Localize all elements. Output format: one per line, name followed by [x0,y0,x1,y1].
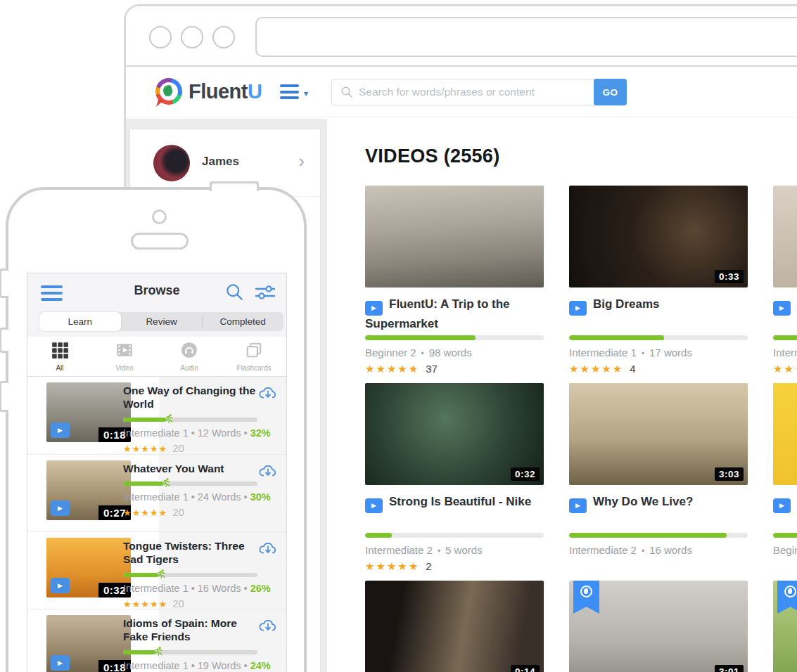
play-icon[interactable]: ▶ [51,655,70,671]
window-control-minimize[interactable] [181,26,203,49]
lesson-thumbnail[interactable]: ▶ 0:32 [46,538,131,597]
runner-icon [164,413,174,427]
rating-row: ★★★★★ [773,363,797,375]
play-icon[interactable]: ▶ [569,498,587,513]
progress-bar [123,482,257,486]
video-title-row: ▶Why Do We Live? [569,493,748,533]
play-icon[interactable]: ▶ [51,422,70,438]
lesson-list-item[interactable]: ▶ 0:18 One Way of Changing the World [27,377,286,454]
fluentu-logo[interactable]: FluentU [155,78,262,105]
play-icon[interactable]: ▶ [773,498,791,513]
runner-icon [153,646,163,659]
progress-percent: 30% [250,491,271,503]
category-item-audio[interactable]: Audio [157,337,222,376]
video-title-row: ▶W [773,493,797,533]
play-icon[interactable]: ▶ [51,578,70,593]
level-label: Intermediate 2 [569,544,637,556]
lesson-body: Tongue Twisters: Three Sad Tigers [123,539,279,609]
user-name: James [202,155,239,169]
lesson-title: Idioms of Spain: More Fake Friends [123,616,279,644]
play-icon[interactable]: ▶ [773,301,791,316]
bullet-separator: • [191,491,195,503]
lesson-body: Idioms of Spain: More Fake Friends [123,616,279,672]
play-icon[interactable]: ▶ [365,301,383,316]
lesson-list-item[interactable]: ▶ 0:32 Tongue Twisters: Three Sad Tigers [27,531,286,609]
video-card: 3:01 [569,581,748,672]
window-control-close[interactable] [149,26,172,49]
video-thumbnail[interactable] [773,186,797,287]
lesson-thumbnail[interactable]: ▶ 0:18 [46,615,131,672]
flashcards-icon [245,341,263,362]
rating-count: 20 [172,442,184,454]
download-cloud-icon[interactable] [258,384,278,403]
video-thumbnail[interactable]: 3:03 [569,383,748,485]
video-title[interactable]: FluentU: A Trip to the Supermarket [365,297,510,330]
word-count: 98 words [429,347,472,358]
bullet-separator: • [191,583,195,594]
lesson-list-item[interactable]: ▶ 0:18 Idioms of Spain: More Fake Friend… [27,609,286,672]
lesson-body: Whatever You Want Intermediate [123,462,279,518]
category-item-flashcards[interactable]: Flashcards [222,337,286,376]
level-label: Intermediate 2 [365,544,433,556]
bullet-separator: • [421,349,424,358]
bullet-separator: • [244,660,248,671]
tab-label: Review [146,316,177,327]
download-cloud-icon[interactable] [258,462,278,482]
lesson-list-item[interactable]: ▶ 0:27 Whatever You Want [27,454,286,531]
video-thumbnail[interactable] [365,186,544,287]
video-title[interactable]: Strong Is Beautiful - Nike [389,495,531,508]
star-rating: ★★★★★ [123,508,167,518]
search-go-button[interactable]: GO [594,79,627,105]
hamburger-icon [280,84,299,103]
video-title[interactable]: Big Dreams [593,297,659,311]
window-control-zoom[interactable] [212,26,235,49]
video-card [773,581,797,672]
category-item-video[interactable]: Video [92,337,157,376]
tab[interactable]: Review [121,312,203,331]
phone-speaker [131,233,189,250]
video-grid: ▶FluentU: A Trip to the Supermarket Begi… [365,186,797,672]
play-icon[interactable]: ▶ [365,498,383,513]
play-icon[interactable]: ▶ [569,301,587,316]
video-thumbnail[interactable]: 0:14 [365,581,544,672]
video-thumbnail[interactable]: 0:32 [365,383,544,485]
url-bar[interactable] [255,17,797,57]
video-meta: Intermediate 1•17 words [569,347,748,358]
lesson-meta: Intermediate 1•24 Words•30% [123,491,279,503]
video-thumbnail[interactable]: 3:01 [569,581,748,672]
play-icon[interactable]: ▶ [51,500,70,516]
rating-row: ★★★★★20 [123,506,279,518]
rating-row: ★★★★★37 [365,363,544,375]
download-cloud-icon[interactable] [258,616,278,636]
download-cloud-icon[interactable] [258,539,278,559]
lesson-thumbnail[interactable]: ▶ 0:18 [46,382,131,442]
video-title-row: ▶Strong Is Beautiful - Nike [365,493,544,533]
video-card: ▶3 Intermediate ★★★★★ [773,186,797,383]
category-item-all[interactable]: All [27,337,92,376]
star-rating: ★★★★★ [123,444,167,454]
menu-button[interactable]: ▾ [280,84,308,103]
bullet-separator: • [438,546,440,556]
duration-badge: 0:14 [511,665,540,672]
search-icon[interactable] [225,283,244,304]
word-count: 19 Words [198,660,241,671]
duration-badge: 3:01 [715,665,744,672]
lesson-thumbnail[interactable]: ▶ 0:27 [46,460,131,520]
video-thumbnail[interactable]: 0:33 [569,186,748,287]
phone-volume-up-button [0,328,8,353]
video-thumbnail[interactable] [773,581,797,672]
duration-badge: 0:33 [715,270,744,283]
star-rating: ★★★★★ [123,599,167,609]
video-meta: Beginner [773,544,797,556]
lesson-body: One Way of Changing the World I [123,384,279,454]
progress-bar [123,418,257,422]
level-label: Intermediate 1 [123,427,189,439]
tab[interactable]: Learn [39,312,121,331]
tab[interactable]: Completed [202,312,283,331]
filter-sliders-icon[interactable] [255,283,276,304]
search-input[interactable] [359,86,594,98]
video-thumbnail[interactable] [773,383,797,485]
lesson-list: ▶ 0:18 One Way of Changing the World [27,377,286,672]
phone-power-button [210,181,259,191]
video-title[interactable]: Why Do We Live? [593,495,693,508]
